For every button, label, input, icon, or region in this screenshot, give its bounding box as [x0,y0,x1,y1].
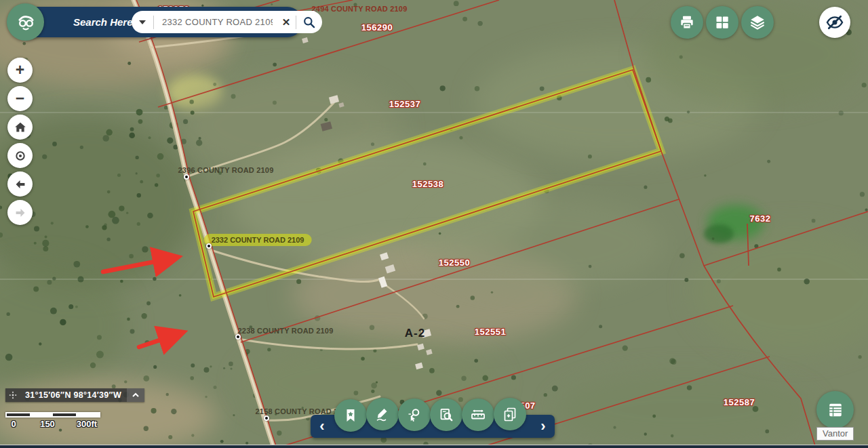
search-icon[interactable] [296,11,322,33]
mascot-icon [14,11,37,34]
clear-search-icon[interactable]: ✕ [277,16,296,28]
map-label-152550: 152550 [439,258,470,268]
zoom-out-button[interactable]: − [7,86,33,111]
chevron-up-icon [131,391,140,399]
target-icon [13,148,28,163]
vantor-logo[interactable] [7,3,44,41]
map-label-2238-county-road-2109: 2238 COUNTY ROAD 2109 [238,327,334,335]
scale-bar: 0 150 300ft [5,412,107,430]
table-button[interactable] [816,391,854,428]
pencil-icon [374,406,391,422]
map-label-2332-county-road-2109: 2332 COUNTY ROAD 2109 [204,234,312,246]
plus-icon: + [16,61,24,79]
scale-start: 0 [11,419,16,429]
address-point-marker [184,174,189,180]
bookmarks-button[interactable] [334,399,367,432]
magnifier-glyph [302,16,316,29]
document-magnifier-icon [438,407,454,423]
back-button[interactable] [7,171,33,197]
map-label-152538: 152538 [412,179,443,189]
map-label-152587: 152587 [724,397,755,407]
layers-icon [749,14,766,31]
add-sheet-icon [502,406,518,422]
coordinate-expand-button[interactable] [127,388,144,402]
search-input[interactable] [154,17,277,27]
arrow-right-icon [13,205,28,220]
measure-button[interactable] [462,399,494,431]
layers-button[interactable] [741,6,774,39]
map-label-152537: 152537 [389,99,420,109]
toolbar-next-button[interactable]: › [533,415,553,438]
zoom-in-button[interactable]: + [7,58,33,83]
scale-track [5,412,100,418]
minus-icon: − [16,89,24,108]
forward-button[interactable] [7,200,33,225]
basemap-gallery-button[interactable] [706,6,738,39]
arrow-left-icon [13,177,28,192]
ruler-icon [470,407,486,423]
home-button[interactable] [7,115,33,140]
hide-ui-button[interactable] [819,7,850,38]
scale-mid: 150 [40,419,55,429]
map-viewer: 1528522494 COUNTY ROAD 21091562901525372… [0,0,868,448]
crosshair-icon [5,388,20,402]
add-data-button[interactable] [494,398,526,430]
map-label-a-2: A-2 [405,327,425,340]
print-button[interactable] [671,6,703,39]
coordinate-bar: 31°15′06″N 98°14′39″W [5,388,144,402]
grid-icon [714,14,730,30]
search-records-button[interactable] [430,399,462,431]
locate-button[interactable] [7,143,33,168]
map-label-2494-county-road-2109: 2494 COUNTY ROAD 2109 [312,5,408,13]
printer-icon [678,14,696,31]
draw-button[interactable] [366,398,399,430]
search-bar-background: Search Here: ✕ [24,7,302,37]
search-label: Search Here: [73,16,136,28]
map-label-152551: 152551 [475,327,506,337]
attribution-tooltip: Vantor [816,427,854,441]
search-type-dropdown[interactable] [132,11,153,33]
map-canvas[interactable] [0,0,868,448]
search-input-group: ✕ [132,11,322,33]
address-point-marker [235,334,241,340]
scale-end: 300ft [77,419,97,429]
map-label-7632: 7632 [750,213,771,224]
table-icon [826,401,845,420]
map-label-156290: 156290 [361,22,393,33]
window-edge [0,445,868,448]
bookmark-star-icon [342,407,359,424]
caret-down-icon [139,20,146,24]
map-label-2396-county-road-2109: 2396 COUNTY ROAD 2109 [178,166,274,174]
home-icon [13,120,28,135]
address-point-marker [264,415,269,421]
coordinates-readout: 31°15′06″N 98°14′39″W [20,388,127,402]
address-point-marker [206,243,212,249]
select-button[interactable] [398,399,431,431]
eye-slash-icon [825,13,844,32]
select-magnifier-icon [406,407,422,423]
toolbar-prev-button[interactable]: ‹ [312,415,332,438]
